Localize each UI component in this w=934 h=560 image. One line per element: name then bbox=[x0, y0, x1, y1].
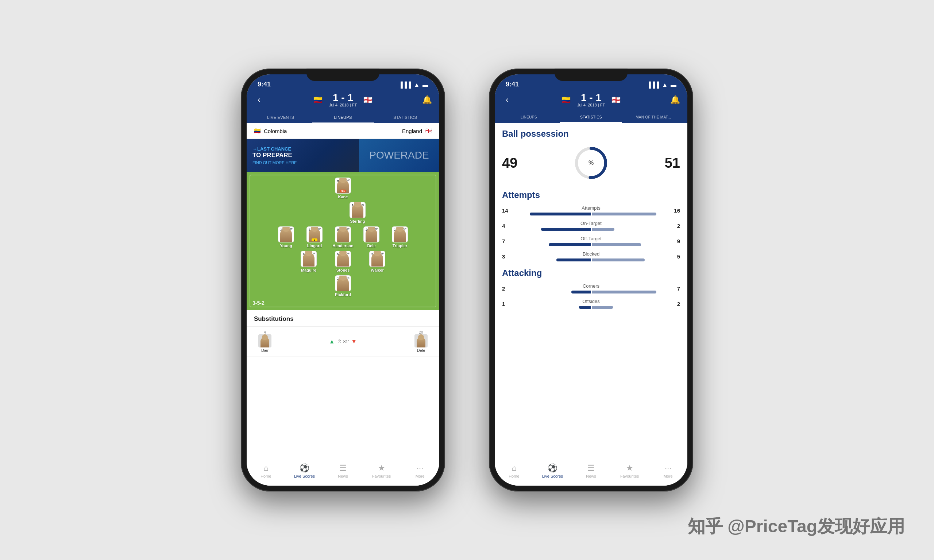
lingard-card: ■ bbox=[311, 238, 317, 242]
nav-home-1[interactable]: ⌂ Home bbox=[247, 463, 285, 478]
tab-live-events[interactable]: LIVE EVENTS bbox=[250, 112, 312, 123]
clock-icon: ⏱ bbox=[337, 339, 342, 344]
nav-more-1[interactable]: ··· More bbox=[401, 463, 439, 478]
stones-avatar: 5 DF bbox=[335, 251, 351, 267]
blocked-home: 3 bbox=[502, 253, 511, 260]
substitutions-title: Substitutions bbox=[247, 310, 439, 327]
dele-name: Dele bbox=[367, 243, 375, 248]
phone-1-screen: 9:41 ▐▐▐ ▲ ▬ ‹ 🇨🇴 1 - 1 Jul 4, 2018 | FT bbox=[247, 74, 439, 486]
nav-tabs-1: LIVE EVENTS LINEUPS STATISTICS bbox=[247, 112, 439, 123]
dier-num: 4 bbox=[264, 330, 266, 334]
young-avatar: 18 MF bbox=[278, 226, 294, 242]
nav-home-2[interactable]: ⌂ Home bbox=[495, 463, 533, 478]
row-forwards-top: 9 FW ⊕1 Kane bbox=[250, 178, 436, 199]
sub-arrow-up: ▲ bbox=[329, 338, 335, 345]
ad-link[interactable]: FIND OUT MORE HERE bbox=[253, 160, 297, 165]
teams-header: 🇨🇴 Colombia England 🏴󠁧󠁢󠁥󠁮󠁧󠁿 bbox=[247, 123, 439, 139]
back-button-1[interactable]: ‹ bbox=[253, 95, 266, 105]
england-flag-2: 🏴󠁧󠁢󠁥󠁮󠁧󠁿 bbox=[609, 95, 623, 104]
phone-1: 9:41 ▐▐▐ ▲ ▬ ‹ 🇨🇴 1 - 1 Jul 4, 2018 | FT bbox=[241, 69, 445, 491]
back-button-2[interactable]: ‹ bbox=[501, 95, 514, 105]
henderson-name: Henderson bbox=[332, 243, 353, 248]
screen-content-2[interactable]: Ball possession 49 % 51 bbox=[495, 123, 687, 461]
bell-button-1[interactable]: 🔔 bbox=[420, 95, 433, 105]
tab-lineups[interactable]: LINEUPS bbox=[312, 112, 375, 123]
nav-favourites-1[interactable]: ★ Favourites bbox=[362, 463, 401, 478]
nav-livescores-2[interactable]: ⚽ Live Scores bbox=[533, 463, 572, 478]
dele-in-silhouette bbox=[417, 337, 425, 348]
home-icon-2: ⌂ bbox=[512, 463, 516, 473]
news-icon-2: ☰ bbox=[587, 463, 595, 473]
offtarget-bar-left-wrap bbox=[515, 243, 591, 246]
blocked-away: 5 bbox=[671, 253, 680, 260]
nav-more-2[interactable]: ··· More bbox=[649, 463, 687, 478]
offsides-bar-area: Offsides bbox=[515, 298, 668, 309]
walker-avatar: 2 DF bbox=[369, 251, 385, 267]
nav-news-2[interactable]: ☰ News bbox=[572, 463, 610, 478]
offsides-bars bbox=[515, 306, 668, 309]
more-label-1: More bbox=[416, 474, 425, 478]
livescores-icon-1: ⚽ bbox=[299, 463, 310, 473]
stat-row-blocked: 3 Blocked 5 bbox=[502, 251, 680, 262]
lingard-card-icon: ■ bbox=[314, 239, 315, 242]
watermark: 知乎 @PriceTag发现好应用 bbox=[688, 515, 905, 538]
young-silhouette bbox=[280, 228, 292, 242]
dele-avatar: 20 MF bbox=[364, 226, 379, 242]
stat-row-ontarget: 4 On-Target bbox=[502, 221, 680, 231]
nav-livescores-1[interactable]: ⚽ Live Scores bbox=[285, 463, 324, 478]
wifi-icon-1: ▲ bbox=[414, 82, 419, 88]
ontarget-bars bbox=[515, 228, 668, 231]
notch-2 bbox=[555, 69, 627, 81]
tab-man-of-match[interactable]: MAN OF THE MAT... bbox=[622, 112, 684, 123]
phone-2-screen: 9:41 ▐▐▐ ▲ ▬ ‹ 🇨🇴 1 - 1 Jul 4, 2018 | FT bbox=[495, 74, 687, 486]
player-dele: 20 MF Dele bbox=[359, 226, 384, 248]
ontarget-home: 4 bbox=[502, 223, 511, 229]
maguire-silhouette bbox=[303, 253, 314, 266]
corners-bars bbox=[515, 291, 668, 294]
player-stones: 5 DF Stones bbox=[330, 251, 356, 272]
bottom-nav-2: ⌂ Home ⚽ Live Scores ☰ News ★ Favourites… bbox=[495, 461, 687, 486]
walker-name: Walker bbox=[371, 268, 384, 272]
more-label-2: More bbox=[664, 474, 673, 478]
tab-lineups-2[interactable]: LINEUPS bbox=[498, 112, 560, 123]
ad-arrow: →LAST CHANCE bbox=[253, 146, 297, 152]
score-2: 1 - 1 bbox=[577, 92, 605, 103]
offtarget-bar-right bbox=[592, 243, 641, 246]
away-team-name: England bbox=[402, 128, 422, 134]
offtarget-home: 7 bbox=[502, 238, 511, 244]
more-icon-1: ··· bbox=[417, 463, 423, 473]
player-walker: 2 DF Walker bbox=[364, 251, 390, 272]
corners-bar-left-wrap bbox=[515, 291, 591, 294]
score-display-2: 1 - 1 Jul 4, 2018 | FT bbox=[577, 92, 605, 107]
livescores-label-1: Live Scores bbox=[294, 474, 315, 478]
corners-home: 2 bbox=[502, 285, 511, 292]
lingard-avatar: 7 MF ■ bbox=[307, 226, 322, 242]
attempts-away: 16 bbox=[671, 208, 680, 214]
blocked-bar-right-wrap bbox=[592, 258, 668, 262]
offtarget-label: Off-Target bbox=[515, 236, 668, 242]
player-trippier: 12 DF Trippier bbox=[387, 226, 413, 248]
walker-silhouette bbox=[371, 253, 383, 266]
tab-statistics-2[interactable]: STATISTICS bbox=[560, 112, 623, 123]
ad-banner[interactable]: →LAST CHANCE TO PREPARE FIND OUT MORE HE… bbox=[247, 139, 439, 172]
corners-bar-left bbox=[571, 291, 590, 294]
corners-bar-area: Corners bbox=[515, 283, 668, 294]
nav-favourites-2[interactable]: ★ Favourites bbox=[610, 463, 649, 478]
sub-in-dele: 20 Dele bbox=[410, 330, 432, 352]
row-goalkeeper: 1 GK Pickford bbox=[250, 275, 436, 297]
tab-statistics-1[interactable]: STATISTICS bbox=[374, 112, 436, 123]
ad-text: →LAST CHANCE TO PREPARE FIND OUT MORE HE… bbox=[247, 142, 302, 169]
stat-row-corners: 2 Corners 7 bbox=[502, 283, 680, 294]
bell-button-2[interactable]: 🔔 bbox=[668, 95, 681, 105]
england-flag-small: 🏴󠁧󠁢󠁥󠁮󠁧󠁿 bbox=[425, 128, 432, 134]
away-team-label: England 🏴󠁧󠁢󠁥󠁮󠁧󠁿 bbox=[402, 128, 432, 134]
row-sterling: 10 FW Sterling bbox=[250, 202, 436, 223]
nav-news-1[interactable]: ☰ News bbox=[324, 463, 362, 478]
ontarget-label: On-Target bbox=[515, 221, 668, 226]
header-1: ‹ 🇨🇴 1 - 1 Jul 4, 2018 | FT 🏴󠁧󠁢󠁥󠁮󠁧󠁿 🔔 bbox=[247, 91, 439, 112]
news-label-1: News bbox=[338, 474, 348, 478]
screen-content-1[interactable]: 🇨🇴 Colombia England 🏴󠁧󠁢󠁥󠁮󠁧󠁿 →LAST CHANCE… bbox=[247, 123, 439, 461]
corners-bar-right bbox=[592, 291, 657, 294]
young-name: Young bbox=[280, 243, 292, 248]
home-label-1: Home bbox=[260, 474, 271, 478]
